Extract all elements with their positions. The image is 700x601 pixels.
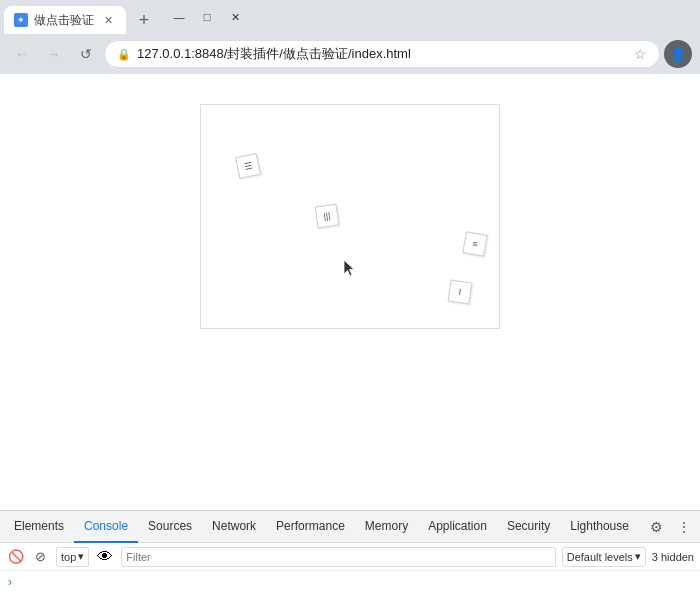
address-input[interactable]: 🔒 127.0.0.1:8848/封装插件/做点击验证/index.html ☆	[104, 40, 660, 68]
tab-close-button[interactable]: ✕	[100, 12, 116, 28]
refresh-button[interactable]: ↺	[72, 40, 100, 68]
float-icon-4: I	[448, 280, 473, 305]
title-bar: ✦ 做点击验证 ✕ + — □ ✕	[0, 0, 700, 34]
window-controls: — □ ✕	[158, 0, 256, 34]
chrome-window: ✦ 做点击验证 ✕ + — □ ✕ ← → ↺ 🔒 127.0.0.1:8848…	[0, 0, 700, 601]
float-icon-3: ≡	[462, 231, 487, 256]
canvas-area: ☰ ||| ≡ I	[200, 104, 500, 329]
cursor-icon	[344, 260, 358, 282]
scope-select[interactable]: top ▾	[56, 547, 89, 567]
level-chevron: ▾	[635, 550, 641, 563]
close-button[interactable]: ✕	[222, 4, 248, 30]
tab-performance[interactable]: Performance	[266, 511, 355, 543]
tab-application[interactable]: Application	[418, 511, 497, 543]
profile-button[interactable]: 👤	[664, 40, 692, 68]
tab-sources[interactable]: Sources	[138, 511, 202, 543]
devtools-panel: Elements Console Sources Network Perform…	[0, 510, 700, 601]
tab-memory[interactable]: Memory	[355, 511, 418, 543]
tab-title: 做点击验证	[34, 12, 94, 29]
bookmark-icon[interactable]: ☆	[634, 46, 647, 62]
back-button[interactable]: ←	[8, 40, 36, 68]
tab-network[interactable]: Network	[202, 511, 266, 543]
lock-icon: 🔒	[117, 48, 131, 61]
level-select[interactable]: Default levels ▾	[562, 547, 646, 567]
url-text: 127.0.0.1:8848/封装插件/做点击验证/index.html	[137, 45, 628, 63]
clear-console-icon[interactable]: 🚫	[6, 547, 26, 567]
tab-console[interactable]: Console	[74, 511, 138, 543]
scope-chevron: ▾	[78, 550, 84, 563]
toolbar-left-icons: 🚫 ⊘	[6, 547, 50, 567]
tab-favicon: ✦	[14, 13, 28, 27]
tab-security[interactable]: Security	[497, 511, 560, 543]
float-icon-2: |||	[315, 204, 340, 229]
eye-icon[interactable]: 👁	[95, 547, 115, 567]
new-tab-button[interactable]: +	[130, 6, 158, 34]
hidden-count: 3 hidden	[652, 551, 694, 563]
devtools-toolbar: 🚫 ⊘ top ▾ 👁 Default levels ▾ 3 hidden	[0, 543, 700, 571]
level-label: Default levels	[567, 551, 633, 563]
prompt-arrow-icon: ›	[8, 575, 12, 589]
tab-lighthouse[interactable]: Lighthouse	[560, 511, 639, 543]
block-icon[interactable]: ⊘	[30, 547, 50, 567]
filter-input[interactable]	[121, 547, 555, 567]
scope-value: top	[61, 551, 76, 563]
page-content: ☰ ||| ≡ I	[0, 74, 700, 510]
page-inner: ☰ ||| ≡ I	[20, 84, 680, 464]
devtools-settings-button[interactable]: ⚙	[644, 515, 668, 539]
float-icon-1: ☰	[235, 153, 261, 179]
devtools-tab-actions: ⚙ ⋮	[644, 515, 696, 539]
maximize-button[interactable]: □	[194, 4, 220, 30]
forward-button[interactable]: →	[40, 40, 68, 68]
devtools-console-area: ›	[0, 571, 700, 601]
minimize-button[interactable]: —	[166, 4, 192, 30]
devtools-more-button[interactable]: ⋮	[672, 515, 696, 539]
address-bar: ← → ↺ 🔒 127.0.0.1:8848/封装插件/做点击验证/index.…	[0, 34, 700, 74]
tab-strip: ✦ 做点击验证 ✕ +	[0, 0, 158, 34]
tab-elements[interactable]: Elements	[4, 511, 74, 543]
console-prompt: ›	[8, 575, 692, 589]
active-tab[interactable]: ✦ 做点击验证 ✕	[4, 6, 126, 34]
devtools-tabs: Elements Console Sources Network Perform…	[0, 511, 700, 543]
